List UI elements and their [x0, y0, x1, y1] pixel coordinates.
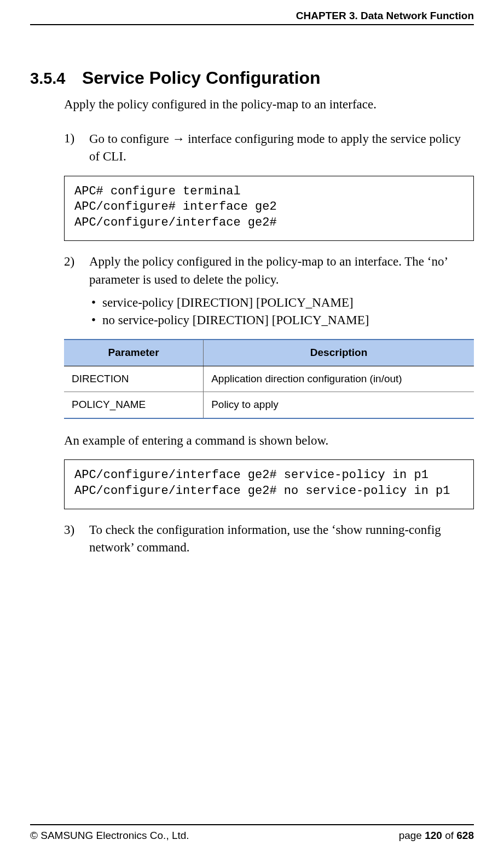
- step-text: To check the configuration information, …: [89, 521, 474, 556]
- table-header-description: Description: [204, 340, 474, 366]
- table-cell-desc: Application direction configuration (in/…: [204, 366, 474, 392]
- page-header: CHAPTER 3. Data Network Function: [30, 0, 474, 25]
- body-content: Apply the policy configured in the polic…: [30, 96, 474, 557]
- table-row: DIRECTION Application direction configur…: [64, 366, 474, 392]
- section-heading: 3.5.4 Service Policy Configuration: [30, 68, 474, 88]
- table-row: POLICY_NAME Policy to apply: [64, 392, 474, 418]
- page-total: 628: [456, 830, 474, 841]
- step-text: Go to configure → interface configuring …: [89, 130, 474, 165]
- parameter-table: Parameter Description DIRECTION Applicat…: [64, 339, 474, 419]
- page-sep: of: [442, 830, 456, 841]
- section-title: Service Policy Configuration: [82, 68, 321, 88]
- step-number: 2): [64, 253, 89, 288]
- step-number: 3): [64, 521, 89, 556]
- intro-paragraph: Apply the policy configured in the polic…: [64, 96, 474, 113]
- step-2: 2) Apply the policy configured in the po…: [64, 253, 474, 288]
- step-3: 3) To check the configuration informatio…: [64, 521, 474, 556]
- copyright-text: © SAMSUNG Electronics Co., Ltd.: [30, 830, 189, 842]
- page-footer: © SAMSUNG Electronics Co., Ltd. page 120…: [30, 824, 474, 842]
- chapter-title: CHAPTER 3. Data Network Function: [296, 10, 474, 21]
- page-number: page 120 of 628: [399, 830, 474, 842]
- bullet-list: service-policy [DIRECTION] [POLICY_NAME]…: [89, 294, 474, 329]
- example-note: An example of entering a command is show…: [64, 432, 474, 450]
- table-cell-param: DIRECTION: [64, 366, 204, 392]
- code-block-1: APC# configure terminal APC/configure# i…: [64, 176, 474, 241]
- list-item: service-policy [DIRECTION] [POLICY_NAME]: [102, 294, 474, 312]
- section-number: 3.5.4: [30, 70, 66, 87]
- step-number: 1): [64, 130, 89, 165]
- code-block-2: APC/configure/interface ge2# service-pol…: [64, 459, 474, 509]
- page-current: 120: [425, 830, 442, 841]
- step-text: Apply the policy configured in the polic…: [89, 253, 474, 288]
- step-text-part: Go to configure: [89, 132, 172, 146]
- document-page: CHAPTER 3. Data Network Function 3.5.4 S…: [0, 0, 504, 857]
- table-cell-param: POLICY_NAME: [64, 392, 204, 418]
- table-header-parameter: Parameter: [64, 340, 204, 366]
- arrow-icon: →: [172, 131, 184, 146]
- list-item: no service-policy [DIRECTION] [POLICY_NA…: [102, 312, 474, 329]
- table-cell-desc: Policy to apply: [204, 392, 474, 418]
- page-label: page: [399, 830, 425, 841]
- step-1: 1) Go to configure → interface configuri…: [64, 130, 474, 165]
